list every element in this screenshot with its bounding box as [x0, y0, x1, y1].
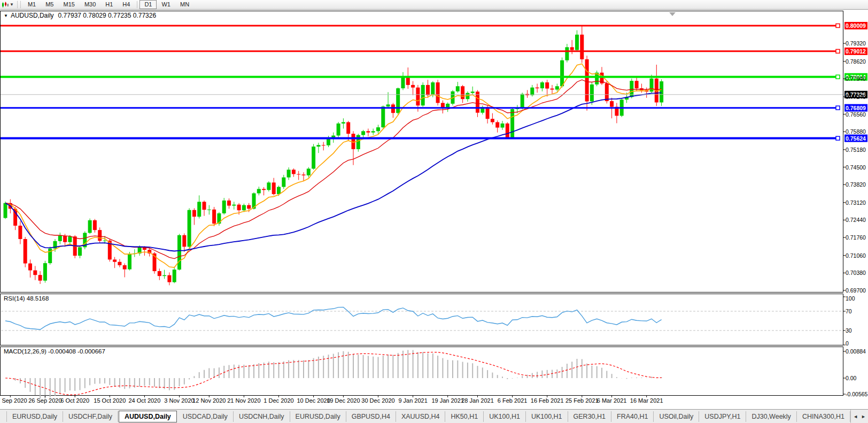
svg-text:0.79320: 0.79320: [846, 40, 866, 47]
svg-text:0.75180: 0.75180: [846, 147, 866, 153]
svg-text:0.70380: 0.70380: [846, 270, 866, 276]
chart-tab[interactable]: HK50,H1: [445, 411, 484, 422]
svg-text:0.00884: 0.00884: [846, 348, 866, 355]
svg-text:6 Mar 2021: 6 Mar 2021: [597, 397, 627, 404]
svg-text:12 Nov 2020: 12 Nov 2020: [192, 397, 226, 404]
chart-tabs-bar: EURUSD,Daily USDCHF,Daily AUDUSD,Daily U…: [0, 409, 868, 423]
svg-text:0.74500: 0.74500: [846, 164, 866, 171]
svg-text:0.73820: 0.73820: [846, 181, 866, 188]
one-click-menu-caret-icon[interactable]: ▼: [4, 13, 8, 18]
svg-text:0.71760: 0.71760: [846, 234, 866, 241]
svg-text:0.76560: 0.76560: [846, 111, 866, 118]
svg-text:0.73120: 0.73120: [846, 199, 866, 206]
svg-text:0.78620: 0.78620: [846, 58, 866, 65]
chart-tab[interactable]: XAUUSD,H4: [396, 411, 446, 422]
chart-tab[interactable]: USDCAD,Daily: [177, 411, 234, 422]
svg-text:70: 70: [846, 308, 852, 314]
chart-tab[interactable]: USOil,Daily: [654, 411, 699, 422]
svg-text:0.76809: 0.76809: [846, 105, 866, 111]
svg-text:6 Feb 2021: 6 Feb 2021: [498, 397, 528, 404]
svg-text:21 Nov 2020: 21 Nov 2020: [227, 397, 260, 404]
chart-tab[interactable]: DJ30,Weekly: [746, 411, 796, 422]
svg-text:24 Oct 2020: 24 Oct 2020: [128, 397, 160, 404]
svg-text:3 Nov 2020: 3 Nov 2020: [164, 397, 194, 404]
rsi-indicator-label: RSI(14) 48.5168: [4, 295, 49, 302]
svg-text:-0.005651: -0.005651: [846, 391, 868, 397]
tab-scroll-left-icon[interactable]: ◄: [853, 414, 858, 419]
price-chart-canvas[interactable]: 0.008840.00-0.005651100703000.800090.790…: [0, 0, 868, 409]
chart-tab-active[interactable]: AUDUSD,Daily: [119, 411, 177, 422]
chart-tab[interactable]: UK100,H1: [484, 411, 526, 422]
chart-tab[interactable]: USDJPY,H1: [699, 411, 746, 422]
chart-tab[interactable]: USDCNH,Daily: [234, 411, 290, 422]
symbol-period-label: AUDUSD,Daily: [11, 12, 54, 19]
svg-text:0.75624: 0.75624: [846, 135, 866, 142]
chart-tab[interactable]: UK100,H1: [526, 411, 568, 422]
svg-text:1 Dec 2020: 1 Dec 2020: [264, 397, 293, 404]
svg-text:19 Jan 2021: 19 Jan 2021: [431, 397, 464, 404]
svg-text:0.77940: 0.77940: [846, 75, 866, 82]
svg-text:16 Feb 2021: 16 Feb 2021: [531, 397, 564, 404]
svg-text:0.72440: 0.72440: [846, 217, 866, 223]
svg-text:0.00: 0.00: [846, 375, 857, 381]
chart-tab[interactable]: GER30,H1: [568, 411, 611, 422]
ohlc-values: 0.77937 0.78029 0.77235 0.77326: [58, 12, 157, 19]
svg-text:0.69700: 0.69700: [846, 287, 866, 294]
svg-text:0: 0: [846, 340, 849, 347]
svg-text:10 Dec 2020: 10 Dec 2020: [297, 397, 330, 404]
svg-text:0.79012: 0.79012: [846, 48, 866, 55]
svg-text:0.75880: 0.75880: [846, 128, 866, 135]
chart-tab[interactable]: EURUSD,Daily: [290, 411, 346, 422]
macd-indicator-label: MACD(12,26,9) -0.000408 -0.000667: [4, 348, 105, 355]
chart-tab[interactable]: CHINA300,H1: [797, 411, 850, 422]
svg-text:0.80009: 0.80009: [846, 22, 866, 29]
svg-text:26 Sep 2020: 26 Sep 2020: [28, 397, 61, 404]
tab-scroll-arrows: ◄ ►: [850, 410, 868, 423]
svg-text:30: 30: [846, 327, 852, 334]
chart-tab[interactable]: USDCHF,Daily: [63, 411, 118, 422]
svg-text:30 Dec 2020: 30 Dec 2020: [361, 397, 394, 404]
tab-scroll-right-icon[interactable]: ►: [861, 414, 866, 419]
svg-text:15 Oct 2020: 15 Oct 2020: [94, 397, 126, 404]
svg-text:0.71060: 0.71060: [846, 252, 866, 259]
svg-text:6 Oct 2020: 6 Oct 2020: [60, 397, 89, 404]
svg-text:17 Sep 2020: 17 Sep 2020: [0, 397, 27, 404]
svg-text:25 Feb 2021: 25 Feb 2021: [565, 397, 599, 404]
svg-text:28 Jan 2021: 28 Jan 2021: [461, 397, 494, 404]
svg-text:16 Mar 2021: 16 Mar 2021: [630, 397, 663, 404]
svg-text:0.77240: 0.77240: [846, 94, 866, 100]
chart-tab[interactable]: EURUSD,Daily: [6, 411, 63, 422]
mt4-window: ▼ M1 M5 M15 M30 H1 H4 D1 W1 MN 0.008840.…: [0, 0, 868, 423]
svg-text:19 Dec 2020: 19 Dec 2020: [327, 397, 360, 404]
chart-title: ▼AUDUSD,Daily0.77937 0.78029 0.77235 0.7…: [4, 12, 156, 19]
svg-text:100: 100: [846, 295, 855, 302]
chart-tab[interactable]: GBPUSD,H4: [346, 411, 396, 422]
chart-tab[interactable]: FRA40,H1: [611, 411, 654, 422]
svg-text:9 Jan 2021: 9 Jan 2021: [398, 397, 427, 404]
